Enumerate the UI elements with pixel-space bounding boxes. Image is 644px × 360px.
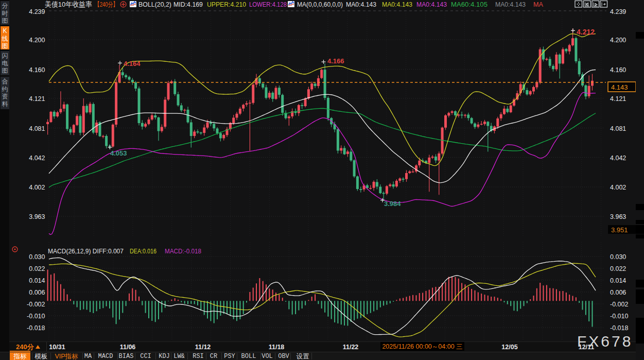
svg-text:资: 资 — [2, 93, 8, 100]
svg-text:【240分】: 【240分】 — [95, 1, 118, 8]
svg-text:MACD:-0.018: MACD:-0.018 — [165, 248, 201, 255]
svg-text:-0.002: -0.002 — [610, 301, 628, 308]
svg-text:0.014: 0.014 — [29, 277, 45, 284]
svg-text:4.042: 4.042 — [610, 155, 626, 162]
svg-text:图: 图 — [2, 42, 8, 49]
svg-text:4.166: 4.166 — [327, 57, 344, 65]
svg-text:0.030: 0.030 — [29, 253, 45, 261]
svg-text:MID:4.169: MID:4.169 — [173, 1, 203, 8]
svg-text:0.014: 0.014 — [610, 277, 626, 284]
svg-text:4.143: 4.143 — [611, 83, 628, 91]
svg-text:MA0:4.143: MA0:4.143 — [382, 1, 412, 8]
svg-text:线: 线 — [2, 35, 8, 42]
svg-text:4.121: 4.121 — [29, 95, 45, 102]
svg-text:MA: MA — [533, 1, 544, 8]
svg-text:11/22: 11/22 — [343, 344, 359, 351]
svg-text:MA(0,0,0,60,0,0): MA(0,0,0,60,0,0) — [297, 1, 343, 8]
svg-text:4.053: 4.053 — [110, 149, 127, 157]
svg-text:4.002: 4.002 — [610, 184, 626, 191]
svg-text:指标: 指标 — [13, 353, 27, 360]
svg-text:4.081: 4.081 — [29, 125, 45, 132]
svg-text:4.042: 4.042 — [29, 155, 45, 162]
svg-text:KDJ: KDJ — [159, 353, 170, 360]
svg-text:11/18: 11/18 — [269, 344, 285, 351]
svg-text:0.022: 0.022 — [610, 265, 626, 272]
svg-text:11/06: 11/06 — [120, 344, 136, 351]
svg-text:-0.002: -0.002 — [27, 301, 45, 308]
svg-text:BOLL(20,2): BOLL(20,2) — [138, 1, 171, 8]
svg-text:0.006: 0.006 — [610, 289, 626, 296]
svg-text:0.006: 0.006 — [29, 289, 45, 296]
svg-text:12/05: 12/05 — [501, 344, 517, 351]
svg-text:11/12: 11/12 — [195, 344, 211, 351]
svg-text:MA: MA — [84, 353, 92, 360]
svg-text:电: 电 — [2, 60, 8, 67]
svg-text:VIP指标: VIP指标 — [55, 353, 78, 360]
svg-text:LW&: LW& — [173, 353, 185, 360]
svg-text:CR: CR — [210, 353, 217, 360]
svg-text:BIAS: BIAS — [119, 353, 134, 360]
svg-text:VOL: VOL — [262, 353, 273, 360]
svg-text:时: 时 — [2, 10, 8, 17]
svg-text:3.963: 3.963 — [29, 213, 45, 220]
svg-text:RSI: RSI — [193, 353, 204, 360]
svg-text:4.239: 4.239 — [29, 8, 45, 15]
svg-text:4.212: 4.212 — [577, 28, 595, 36]
svg-text:BOLL: BOLL — [241, 353, 256, 360]
svg-text:4.200: 4.200 — [29, 37, 45, 44]
svg-text:MACD(26,12,9) DIFF:0.007: MACD(26,12,9) DIFF:0.007 — [48, 248, 124, 255]
svg-text:PSY: PSY — [224, 353, 235, 360]
svg-text:约: 约 — [2, 85, 8, 93]
svg-text:分: 分 — [2, 2, 8, 9]
svg-text:-0.010: -0.010 — [27, 313, 45, 320]
svg-text:FX678: FX678 — [577, 333, 633, 350]
svg-text:合: 合 — [2, 78, 8, 85]
svg-text:CCI: CCI — [140, 353, 151, 360]
svg-text:4.200: 4.200 — [610, 37, 626, 44]
svg-text:OBV: OBV — [278, 353, 289, 360]
svg-text:0.030: 0.030 — [610, 253, 626, 261]
svg-text:-0.010: -0.010 — [610, 313, 628, 320]
svg-text:3.984: 3.984 — [384, 200, 401, 208]
svg-text:4.121: 4.121 — [610, 95, 626, 102]
svg-text:美债10年收益率: 美债10年收益率 — [45, 1, 92, 8]
svg-text:4.081: 4.081 — [610, 125, 626, 132]
svg-text:-0.018: -0.018 — [27, 324, 45, 332]
svg-text:0.022: 0.022 — [29, 265, 45, 272]
svg-text:DEA:0.016: DEA:0.016 — [130, 248, 156, 255]
svg-text:4.160: 4.160 — [610, 66, 626, 74]
svg-text:MA0:4.143: MA0:4.143 — [416, 1, 447, 8]
svg-text:4.002: 4.002 — [29, 184, 45, 191]
svg-text:MA0:4.143: MA0:4.143 — [495, 1, 526, 8]
svg-text:MA0:4.143: MA0:4.143 — [346, 1, 376, 8]
svg-text:闪: 闪 — [2, 52, 8, 59]
svg-text:模板: 模板 — [34, 353, 48, 360]
svg-text:4.164: 4.164 — [124, 60, 141, 67]
svg-text:K: K — [3, 27, 7, 35]
svg-text:图: 图 — [2, 17, 8, 24]
svg-text:3.951: 3.951 — [611, 226, 628, 234]
svg-text:LOWER:4.128: LOWER:4.128 — [249, 1, 287, 8]
svg-text:设置: 设置 — [297, 353, 310, 360]
svg-text:10/31: 10/31 — [49, 344, 65, 351]
svg-text:UPPER:4.210: UPPER:4.210 — [207, 1, 246, 8]
svg-text:4.239: 4.239 — [610, 8, 626, 15]
svg-text:图: 图 — [2, 67, 8, 74]
svg-text:4.160: 4.160 — [29, 66, 45, 74]
svg-text:2025/11/26 00:00～04:00 三: 2025/11/26 00:00～04:00 三 — [382, 343, 462, 350]
svg-text:3.963: 3.963 — [610, 213, 626, 220]
svg-text:料: 料 — [2, 100, 8, 108]
svg-text:-0.018: -0.018 — [610, 324, 628, 332]
svg-text:240分: 240分 — [16, 343, 34, 351]
svg-text:MA60:4.105: MA60:4.105 — [451, 1, 488, 8]
svg-text:MACD: MACD — [98, 353, 113, 360]
